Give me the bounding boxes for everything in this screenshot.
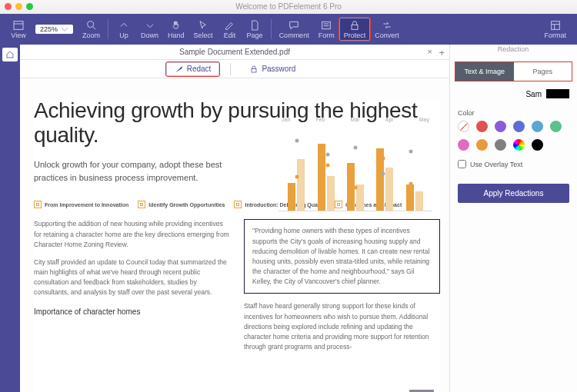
down-button[interactable]: Down (136, 18, 163, 41)
color-swatch[interactable] (476, 139, 488, 151)
zoom-window-icon[interactable] (26, 3, 33, 10)
redaction-mode-tabs: Text & Image Pages (455, 61, 572, 81)
up-button[interactable]: Up (112, 18, 136, 41)
subheading: Importance of character homes (34, 306, 230, 318)
redaction-block-icon (546, 89, 569, 98)
app-title: Welcome to PDFelement 6 Pro (235, 2, 342, 11)
svg-marker-11 (176, 66, 182, 71)
comment-button[interactable]: Comment (275, 18, 314, 41)
zoom-button[interactable]: Zoom (78, 18, 105, 41)
color-label: Color (458, 109, 569, 117)
divider (108, 19, 108, 39)
overlay-text-input[interactable] (458, 160, 466, 168)
bar-group (288, 159, 305, 211)
zoom-value[interactable]: 225% (35, 25, 73, 34)
edit-button[interactable]: Edit (218, 18, 242, 41)
zoom-control[interactable]: 225% (35, 25, 73, 34)
view-button[interactable]: View (6, 18, 31, 41)
redaction-panel: Text & Image Pages Sam Color Use Overlay… (449, 45, 577, 392)
lead-paragraph: Unlock growth for your company, adopt th… (34, 158, 226, 184)
protect-button[interactable]: Protect (339, 18, 371, 41)
left-strip (0, 45, 20, 392)
color-swatch[interactable] (458, 121, 469, 132)
tag-icon (335, 201, 342, 208)
page-button[interactable]: Page (242, 18, 268, 41)
apply-redactions-button[interactable]: Apply Redactions (458, 184, 569, 203)
close-window-icon[interactable] (5, 3, 12, 10)
bar-group (406, 184, 423, 211)
redact-button[interactable]: Redact (166, 62, 220, 76)
color-swatch[interactable] (495, 139, 506, 151)
pull-quote: "Providing home owners with these types … (244, 219, 440, 294)
convert-button[interactable]: Convert (370, 18, 404, 41)
svg-point-2 (87, 22, 93, 28)
color-swatch[interactable] (532, 121, 543, 132)
mac-titlebar: Welcome to PDFelement 6 Pro (0, 0, 577, 14)
protect-subtoolbar: Redact Password (20, 60, 449, 78)
svg-line-3 (93, 27, 95, 29)
color-swatch[interactable] (476, 121, 488, 132)
color-swatch[interactable] (458, 139, 469, 151)
document-viewport[interactable]: Achieving growth by pursuing the highest… (20, 78, 449, 392)
svg-rect-12 (252, 68, 256, 72)
color-swatch[interactable] (513, 121, 525, 132)
bar-group (376, 148, 393, 211)
new-tab-icon[interactable]: + (439, 47, 445, 58)
tab-text-image[interactable]: Text & Image (455, 62, 514, 81)
tag-icon (234, 201, 242, 208)
bar-chart: JanFebMarAprMay (278, 117, 432, 224)
view-label: View (11, 32, 25, 39)
color-swatch[interactable] (513, 139, 525, 151)
main-toolbar: View 225% Zoom Up Down Hand Select Edit … (0, 14, 577, 45)
select-button[interactable]: Select (189, 18, 218, 41)
bar-group (347, 163, 364, 211)
close-tab-icon[interactable]: × (428, 47, 432, 56)
color-swatch[interactable] (550, 121, 562, 132)
left-column: Supporting the addition of new housing w… (34, 219, 230, 360)
section-tag: From Improvement to Innovation (34, 201, 128, 208)
hand-button[interactable]: Hand (163, 18, 189, 41)
divider (230, 63, 231, 75)
bar-group (318, 144, 335, 211)
svg-rect-7 (352, 25, 358, 29)
document-title: Sample Document Extended.pdf (179, 48, 290, 56)
minimize-window-icon[interactable] (15, 3, 22, 10)
traffic-lights (5, 3, 33, 10)
svg-rect-8 (551, 22, 559, 30)
format-button[interactable]: Format (539, 18, 571, 41)
divider (271, 19, 272, 39)
document-page: Achieving growth by pursuing the highest… (34, 98, 440, 392)
right-column: "Providing home owners with these types … (244, 219, 440, 360)
home-button[interactable] (2, 48, 18, 61)
document-tab-bar: Sample Document Extended.pdf × + (20, 45, 449, 60)
redaction-preview: Sam (450, 86, 577, 101)
svg-rect-4 (322, 22, 331, 28)
color-swatch[interactable] (495, 121, 506, 132)
tab-pages[interactable]: Pages (514, 62, 572, 81)
tag-icon (138, 201, 145, 208)
svg-rect-0 (14, 22, 23, 30)
color-swatches (450, 121, 577, 151)
color-swatch[interactable] (532, 139, 543, 151)
tag-icon (34, 201, 42, 208)
form-button[interactable]: Form (314, 18, 339, 41)
zoom-label: Zoom (82, 32, 100, 39)
section-tag: Identify Growth Opportunities (138, 201, 225, 208)
password-button[interactable]: Password (242, 63, 303, 75)
sample-text: Sam (525, 90, 542, 98)
overlay-text-checkbox[interactable]: Use Overlay Text (458, 160, 569, 168)
